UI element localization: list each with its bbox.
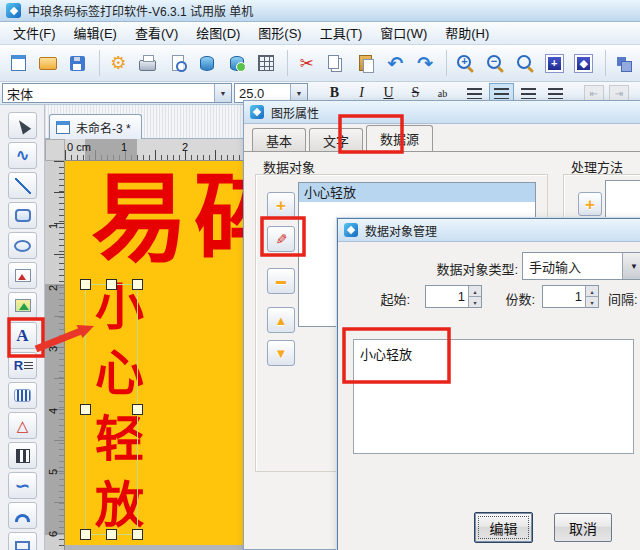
- picture-tool-icon: [15, 299, 31, 312]
- database-connect-button[interactable]: [223, 48, 251, 78]
- fit-window-button[interactable]: +: [540, 48, 568, 78]
- start-label: 起始:: [368, 289, 410, 308]
- resize-handle[interactable]: [80, 404, 91, 415]
- minus-icon: ▬: [276, 276, 286, 286]
- ellipse-tool[interactable]: [8, 232, 37, 259]
- arc-tool[interactable]: [8, 502, 37, 529]
- undo-button[interactable]: ↶: [382, 48, 410, 78]
- zoom-out-button[interactable]: −: [481, 48, 509, 78]
- zoom-in-button[interactable]: +: [452, 48, 480, 78]
- open-file-button[interactable]: [35, 48, 63, 78]
- barcode-tool-icon: [14, 389, 31, 402]
- barcode-tool[interactable]: [8, 382, 37, 409]
- rounded-rect-tool[interactable]: [8, 202, 37, 229]
- spin-up-button[interactable]: [586, 286, 598, 297]
- cancel-button[interactable]: 取消: [554, 513, 612, 542]
- menu-draw[interactable]: 绘图(D): [187, 22, 249, 45]
- properties-dialog-titlebar[interactable]: 图形属性: [244, 101, 640, 124]
- resize-handle[interactable]: [106, 529, 117, 540]
- menu-file[interactable]: 文件(F): [4, 22, 65, 45]
- manager-dialog-titlebar[interactable]: 数据对象管理: [338, 219, 640, 242]
- font-family-select[interactable]: 宋体: [2, 83, 232, 103]
- resize-handle[interactable]: [132, 279, 143, 290]
- tab-文字[interactable]: 文字: [309, 128, 363, 151]
- copy-button[interactable]: [323, 48, 351, 78]
- add-process-button[interactable]: +: [578, 192, 602, 216]
- cut-button[interactable]: ✂: [293, 48, 321, 78]
- print-button[interactable]: [134, 48, 162, 78]
- menu-edit[interactable]: 编辑(E): [65, 22, 126, 45]
- h-ruler-label: 2: [182, 141, 188, 153]
- text-tool[interactable]: A: [8, 322, 37, 349]
- rich-text-tool[interactable]: R: [8, 352, 37, 379]
- tab-数据源[interactable]: 数据源: [366, 125, 433, 151]
- zoom-reset-button[interactable]: [511, 48, 539, 78]
- indent-increase-button[interactable]: ⇥: [609, 85, 629, 101]
- resize-handle[interactable]: [106, 279, 117, 290]
- redo-button[interactable]: ↷: [411, 48, 439, 78]
- resize-handle[interactable]: [132, 529, 143, 540]
- move-up-button[interactable]: ▲: [267, 307, 295, 333]
- curve-tool[interactable]: ∽: [8, 472, 37, 499]
- paste-button[interactable]: [352, 48, 380, 78]
- spin-down-button[interactable]: [469, 297, 481, 307]
- print-preview-button[interactable]: [164, 48, 192, 78]
- menu-tools[interactable]: 工具(T): [311, 22, 372, 45]
- fit-page-button[interactable]: ◆: [570, 48, 598, 78]
- properties-dialog-tabs: 基本文字数据源: [252, 125, 433, 151]
- selection-box[interactable]: [85, 284, 138, 535]
- redo-icon: ↷: [417, 54, 433, 73]
- print-icon: [139, 60, 156, 71]
- edit-button[interactable]: 编辑: [474, 512, 533, 543]
- start-spinner[interactable]: 1: [425, 285, 482, 308]
- menu-help[interactable]: 帮助(H): [436, 22, 498, 45]
- menu-window[interactable]: 窗口(W): [371, 22, 436, 45]
- shape-tool[interactable]: △: [8, 412, 37, 439]
- spin-up-button[interactable]: [469, 286, 481, 297]
- new-document-button[interactable]: [5, 48, 33, 78]
- resize-handle[interactable]: [80, 529, 91, 540]
- indent-decrease-button[interactable]: ⇤: [584, 85, 604, 101]
- v-ruler-label: 6: [47, 523, 59, 537]
- polygon-tool[interactable]: [8, 532, 37, 550]
- remove-data-object-button[interactable]: ▬: [267, 268, 295, 294]
- image-tool[interactable]: [8, 262, 37, 289]
- qrcode-tool[interactable]: [8, 442, 37, 469]
- document-tab[interactable]: 未命名-3 *: [49, 114, 142, 139]
- select-tool[interactable]: [8, 112, 37, 139]
- resize-handle[interactable]: [80, 279, 91, 290]
- database-button[interactable]: [193, 48, 221, 78]
- picture-tool[interactable]: [8, 292, 37, 319]
- add-data-object-button[interactable]: +: [267, 192, 295, 218]
- tab-基本[interactable]: 基本: [252, 128, 306, 151]
- open-folder-icon: [39, 57, 57, 70]
- resize-handle[interactable]: [132, 404, 143, 415]
- edit-data-object-button[interactable]: ✎: [267, 226, 295, 252]
- new-document-icon: [11, 55, 26, 71]
- data-content-textarea[interactable]: 小心轻放: [353, 339, 634, 454]
- line-tool-icon: [15, 178, 31, 194]
- cascade-button[interactable]: [610, 48, 638, 78]
- manager-dialog-title: 数据对象管理: [365, 222, 437, 239]
- spin-down-button[interactable]: [586, 297, 598, 307]
- font-family-value: 宋体: [3, 84, 214, 103]
- dropdown-arrow-icon[interactable]: [622, 253, 640, 279]
- title-bar[interactable]: 中琅条码标签打印软件-V6.3.1 试用版 单机: [0, 0, 640, 22]
- settings-button[interactable]: ⚙: [105, 48, 133, 78]
- copies-spinner[interactable]: 1: [542, 285, 599, 308]
- data-object-type-select[interactable]: 手动输入: [522, 252, 640, 280]
- zoom-in-icon: +: [457, 55, 471, 69]
- ellipse-tool-icon: [14, 240, 31, 252]
- data-object-list-item[interactable]: 小心轻放: [299, 183, 535, 202]
- cascade-icon: [617, 57, 626, 66]
- pan-tool[interactable]: ∿: [8, 142, 37, 169]
- shape-tool-icon: △: [17, 418, 29, 433]
- menu-view[interactable]: 查看(V): [126, 22, 187, 45]
- move-down-button[interactable]: ▼: [267, 340, 295, 366]
- menu-shape[interactable]: 图形(S): [249, 22, 310, 45]
- save-button[interactable]: [64, 48, 92, 78]
- dropdown-arrow-icon[interactable]: [214, 84, 231, 102]
- down-arrow-icon: ▼: [275, 347, 288, 360]
- line-tool[interactable]: [8, 172, 37, 199]
- grid-toggle-button[interactable]: [252, 48, 280, 78]
